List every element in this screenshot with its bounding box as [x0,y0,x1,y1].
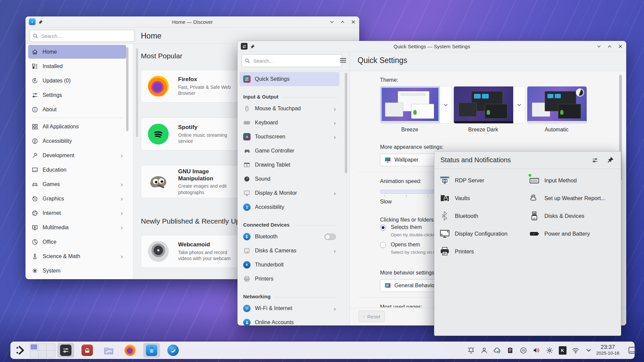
automatic-thumbnail[interactable] [527,86,587,123]
popup-item-display-configuration[interactable]: Display Configuration [440,227,507,240]
task-dolphin[interactable] [100,343,117,358]
sidebar-item-mouse-touchpad[interactable]: Mouse & Touchpad› [239,102,339,116]
sidebar-item-keyboard[interactable]: Keyboard› [239,116,339,130]
minimize-button[interactable] [596,44,601,49]
sidebar-item-game-controller[interactable]: Game Controller [239,144,339,158]
breeze-dark-thumbnail[interactable] [454,86,513,123]
expand-tray-chevron-icon[interactable] [585,346,593,354]
sidebar-item-graphics[interactable]: Graphics› [28,192,126,205]
task-discover[interactable] [143,343,160,358]
task-firefox[interactable] [122,343,139,358]
hamburger-menu-icon[interactable] [339,57,347,64]
sidebar-item-drawing-tablet[interactable]: Drawing Tablet [239,158,339,172]
pager-desktop-4[interactable] [30,351,39,357]
sidebar-item-quick-settings[interactable]: Quick Settings [239,72,339,86]
theme-card-breeze-dark[interactable] [453,86,525,124]
popup-item-input-method[interactable]: Input Method [529,174,577,187]
popup-item-printers[interactable]: Printers [440,245,474,258]
pager-desktop-3[interactable] [47,344,55,351]
sidebar-item-system[interactable]: System [28,264,126,278]
application-launcher-button[interactable] [13,343,28,358]
breeze-variant-dropdown[interactable] [440,86,451,123]
popup-item-weather-report[interactable]: Set up Weather Report... [529,191,605,205]
sidebar-item-updates[interactable]: Updates (0) [28,74,126,87]
bluetooth-toggle-off[interactable] [324,234,336,240]
content-scrollbar[interactable] [136,48,138,137]
popup-item-power-battery[interactable]: Power and Battery [529,227,590,240]
pager-desktop-6[interactable] [47,351,55,357]
theme-card-automatic[interactable] [527,86,587,124]
sidebar-item-all-applications[interactable]: All Applications [28,120,126,133]
discover-search-input[interactable] [41,33,131,39]
pager-desktop-1[interactable] [30,344,39,351]
sidebar-item-touchscreen[interactable]: Touchscreen› [239,130,339,144]
radio-opens-them[interactable] [380,242,386,248]
sidebar-item-internet[interactable]: Internet› [28,206,126,220]
sidebar-item-accessibility[interactable]: Accessibility [28,134,126,148]
user-icon[interactable] [480,346,488,354]
breeze-dark-variant-dropdown[interactable] [513,86,525,123]
sidebar-item-wifi-internet[interactable]: Wi-Fi & Internet› [239,301,339,315]
reset-button[interactable]: Reset [359,311,385,322]
maximize-button[interactable] [340,19,345,24]
sidebar-item-sound[interactable]: Sound [239,172,339,186]
settings-search[interactable] [241,54,342,67]
chevron-right-icon: › [334,134,336,140]
sidebar-item-about[interactable]: About [28,103,126,116]
sidebar-item-games[interactable]: Games› [28,177,126,191]
popup-item-disks-devices[interactable]: Disks & Devices [529,209,584,223]
task-ghostwriter[interactable] [79,343,96,358]
close-button[interactable] [351,19,356,24]
notifications-bell-icon[interactable] [467,346,475,354]
popup-item-rdp-server[interactable]: RDP Server [440,174,484,187]
clipboard-icon[interactable] [506,346,514,354]
sidebar-item-settings[interactable]: Settings [28,88,126,102]
pin-icon[interactable] [607,156,614,163]
keyboard-layout-icon[interactable]: K [558,346,567,354]
system-settings-titlebar[interactable]: Quick Settings — System Settings [237,41,626,52]
task-system-settings[interactable] [57,343,74,358]
digital-clock[interactable]: 23:37 2025-10-16 [592,344,623,356]
discover-search[interactable] [30,30,135,42]
radio-selects-them[interactable] [380,225,386,231]
popup-item-vaults[interactable]: Vaults [440,191,470,205]
sidebar-item-display-monitor[interactable]: Display & Monitor› [239,186,339,200]
pager-desktop-5[interactable] [39,351,47,357]
wifi-icon[interactable] [572,346,580,354]
cloud-sync-icon[interactable] [493,346,501,354]
sidebar-item-office[interactable]: Office [28,235,126,249]
radio-opens-label[interactable]: Opens them [391,242,420,248]
sidebar-item-home[interactable]: Home [28,45,126,59]
configure-icon[interactable] [592,157,599,164]
breeze-thumbnail[interactable] [380,86,440,123]
media-pause-icon[interactable] [519,346,527,354]
sidebar-item-education[interactable]: Education [28,163,126,177]
volume-icon[interactable] [532,346,540,354]
close-button[interactable] [618,44,623,49]
sidebar-item-thunderbolt[interactable]: Thunderbolt [239,258,339,272]
theme-card-breeze[interactable] [380,86,452,124]
popup-item-bluetooth[interactable]: Bluetooth [440,209,478,223]
settings-sidebar-scrollbar[interactable] [345,73,347,173]
settings-search-input[interactable] [253,58,339,64]
maximize-button[interactable] [607,44,612,49]
virtual-desktop-pager[interactable] [30,344,55,358]
sidebar-item-printers[interactable]: Printers [239,272,339,286]
radio-selects-label[interactable]: Selects them [391,224,422,230]
pager-desktop-2[interactable] [39,344,47,351]
discover-titlebar[interactable]: › Home — Discover [25,16,359,27]
show-desktop-button[interactable] [628,347,636,354]
task-falkon[interactable] [165,343,181,358]
sidebar-item-disks-cameras[interactable]: Disks & Cameras› [239,244,339,258]
sidebar-item-online-accounts[interactable]: Online Accounts [239,315,339,329]
brightness-icon[interactable] [545,346,553,354]
sidebar-item-development[interactable]: Development› [28,148,126,162]
theme-name-automatic: Automatic [527,127,586,133]
sidebar-item-bluetooth[interactable]: Bluetooth [239,230,339,244]
minimize-button[interactable] [329,19,334,24]
sidebar-item-multimedia[interactable]: Multimedia› [28,221,126,234]
sidebar-item-installed[interactable]: Installed [28,59,126,73]
sidebar-item-accessibility[interactable]: Accessibility [239,200,339,214]
sidebar-item-science-math[interactable]: Science & Math› [28,249,126,263]
sidebar-scrollbar[interactable] [126,47,128,131]
